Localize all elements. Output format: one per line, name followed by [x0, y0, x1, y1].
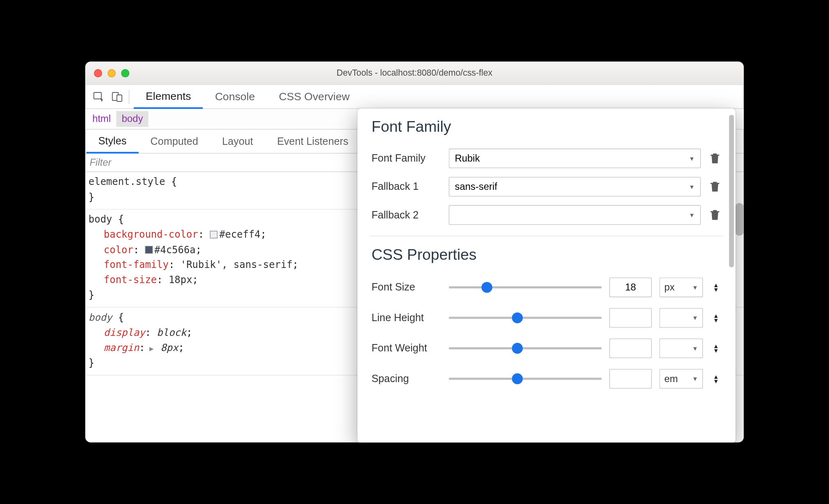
expand-icon[interactable]: ▶: [145, 344, 153, 353]
stepper[interactable]: ▲▼: [711, 279, 722, 296]
selector: body: [88, 213, 112, 225]
delete-icon[interactable]: [708, 151, 721, 166]
subtab-event-listeners[interactable]: Event Listeners: [265, 130, 360, 153]
stepper[interactable]: ▲▼: [711, 371, 722, 387]
font-editor-popover: Font Family Font Family Rubik ▼ Fallback…: [357, 108, 735, 443]
prop-value-input[interactable]: [609, 369, 652, 389]
prop-value-input[interactable]: [609, 338, 652, 358]
font-family-select[interactable]: Rubik ▼: [449, 148, 701, 168]
svg-rect-2: [117, 94, 122, 101]
css-prop-row: Font Weight▼▲▼: [372, 333, 721, 363]
traffic-lights: [94, 69, 129, 77]
font-family-label: Font Family: [372, 153, 441, 164]
chevron-down-icon: ▼: [692, 345, 698, 351]
fallback-1-label: Fallback 1: [372, 181, 441, 193]
fallback-2-select[interactable]: ▼: [449, 205, 701, 225]
tab-css-overview[interactable]: CSS Overview: [267, 85, 361, 108]
subtab-styles[interactable]: Styles: [86, 130, 138, 153]
delete-icon[interactable]: [708, 180, 721, 194]
color-swatch-icon[interactable]: [145, 246, 153, 254]
font-family-row: Font Family Rubik ▼: [372, 144, 721, 173]
chevron-down-icon: ▼: [711, 287, 722, 292]
delete-icon[interactable]: [708, 208, 721, 222]
prop-label: Spacing: [372, 373, 441, 385]
window-title: DevTools - localhost:8080/demo/css-flex: [85, 68, 743, 78]
chevron-down-icon: ▼: [692, 284, 698, 290]
prop-value-input[interactable]: [609, 278, 652, 297]
prop-slider[interactable]: [449, 347, 602, 349]
separator: [129, 90, 129, 104]
tab-console[interactable]: Console: [203, 85, 267, 108]
subtab-computed[interactable]: Computed: [138, 130, 210, 153]
stepper[interactable]: ▲▼: [711, 340, 722, 356]
color-swatch-icon[interactable]: [210, 231, 218, 239]
chevron-down-icon: ▼: [689, 183, 694, 190]
chevron-down-icon: ▼: [711, 348, 722, 353]
prop-unit-select[interactable]: px▼: [660, 278, 703, 297]
prop-slider[interactable]: [449, 378, 602, 380]
main-tabs: Elements Console CSS Overview: [134, 85, 362, 108]
subtab-layout[interactable]: Layout: [210, 130, 265, 153]
scrollbar[interactable]: [735, 203, 743, 236]
close-icon[interactable]: [94, 69, 102, 77]
inspect-icon[interactable]: [90, 88, 108, 106]
chevron-down-icon: ▼: [711, 379, 722, 383]
zoom-icon[interactable]: [121, 69, 129, 77]
css-prop-row: Spacingem▼▲▼: [372, 364, 721, 394]
css-prop-row: Line Height▼▲▼: [372, 303, 721, 333]
prop-unit-select[interactable]: ▼: [660, 338, 703, 358]
chevron-down-icon: ▼: [689, 212, 694, 218]
svg-rect-0: [94, 92, 101, 99]
prop-unit-select[interactable]: ▼: [660, 308, 703, 328]
minimize-icon[interactable]: [108, 69, 116, 77]
chevron-down-icon: ▼: [692, 376, 698, 382]
prop-unit-select[interactable]: em▼: [660, 369, 703, 389]
popover-scrollbar[interactable]: [729, 115, 734, 267]
selector: body: [88, 311, 112, 323]
device-toggle-icon[interactable]: [108, 88, 126, 106]
css-prop-row: Font Sizepx▼▲▼: [372, 272, 721, 302]
chevron-down-icon: ▼: [711, 318, 722, 322]
fallback-1-row: Fallback 1 sans-serif ▼: [372, 173, 721, 201]
divider: [369, 236, 724, 236]
chevron-down-icon: ▼: [689, 155, 694, 162]
chevron-down-icon: ▼: [692, 315, 698, 321]
font-family-heading: Font Family: [372, 118, 721, 136]
selector: element.style: [88, 176, 165, 187]
fallback-2-label: Fallback 2: [372, 209, 441, 221]
prop-value-input[interactable]: [609, 308, 652, 328]
crumb-html[interactable]: html: [87, 111, 116, 127]
crumb-body[interactable]: body: [116, 111, 149, 127]
prop-label: Font Weight: [372, 342, 441, 354]
fallback-1-select[interactable]: sans-serif ▼: [449, 177, 701, 196]
tab-elements[interactable]: Elements: [134, 85, 203, 108]
prop-slider[interactable]: [449, 286, 602, 288]
prop-label: Line Height: [372, 312, 441, 324]
prop-label: Font Size: [372, 281, 441, 293]
fallback-2-row: Fallback 2 ▼: [372, 201, 721, 229]
devtools-toolbar: Elements Console CSS Overview: [85, 85, 743, 109]
css-properties-heading: CSS Properties: [372, 246, 721, 263]
prop-slider[interactable]: [449, 317, 602, 319]
stepper[interactable]: ▲▼: [711, 310, 722, 326]
titlebar: DevTools - localhost:8080/demo/css-flex: [85, 62, 743, 85]
